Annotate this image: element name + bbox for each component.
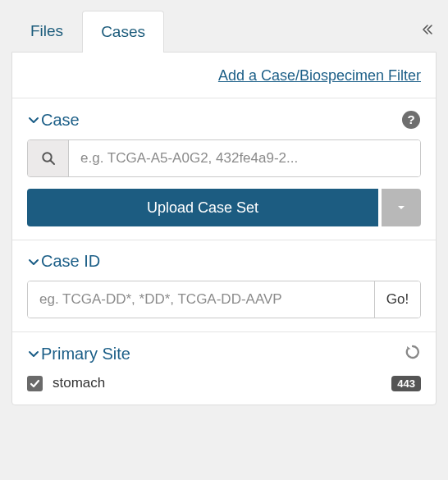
upload-case-set-button[interactable]: Upload Case Set xyxy=(27,189,378,226)
go-button[interactable]: Go! xyxy=(374,281,420,318)
tab-cases[interactable]: Cases xyxy=(82,11,164,53)
collapse-panel-icon[interactable] xyxy=(418,22,437,39)
primary-site-section-title: Primary Site xyxy=(41,345,130,363)
upload-case-set-dropdown[interactable] xyxy=(382,189,421,226)
tab-cases-label: Cases xyxy=(101,23,145,40)
upload-case-set-label: Upload Case Set xyxy=(147,199,258,217)
svg-line-3 xyxy=(50,161,54,165)
case-search-group xyxy=(27,139,421,177)
reset-icon[interactable] xyxy=(405,344,421,363)
checkbox-stomach[interactable] xyxy=(27,376,43,391)
caseid-group: Go! xyxy=(27,281,421,318)
caseid-input[interactable] xyxy=(28,281,374,318)
tab-files[interactable]: Files xyxy=(11,10,82,52)
add-filter-row: Add a Case/Biospecimen Filter xyxy=(12,53,436,98)
check-icon xyxy=(30,378,40,389)
caseid-section-toggle[interactable]: Case ID xyxy=(27,252,100,271)
caseid-section: Case ID Go! xyxy=(12,240,436,331)
add-filter-link[interactable]: Add a Case/Biospecimen Filter xyxy=(218,67,421,84)
caseid-section-title: Case ID xyxy=(41,252,100,271)
facet-label: stomach xyxy=(53,375,105,391)
chevron-down-icon xyxy=(27,113,40,126)
primary-site-section: Primary Site stomach 443 xyxy=(12,331,436,405)
search-icon[interactable] xyxy=(28,140,69,176)
facet-row: stomach 443 xyxy=(27,373,421,391)
chevron-down-icon xyxy=(27,347,40,360)
case-section: Case ? Upload Case Set xyxy=(12,98,436,240)
cases-panel: Add a Case/Biospecimen Filter Case ? xyxy=(11,52,437,405)
count-badge: 443 xyxy=(391,376,421,391)
caret-down-icon xyxy=(396,203,406,213)
case-section-toggle[interactable]: Case xyxy=(27,111,80,130)
chevron-down-icon xyxy=(27,255,40,268)
primary-site-section-toggle[interactable]: Primary Site xyxy=(27,345,130,363)
svg-text:?: ? xyxy=(407,112,414,126)
case-section-title: Case xyxy=(41,111,80,130)
case-search-input[interactable] xyxy=(69,140,420,176)
tabs-row: Files Cases xyxy=(11,10,437,52)
go-button-label: Go! xyxy=(386,291,409,308)
tab-files-label: Files xyxy=(30,22,63,39)
help-icon[interactable]: ? xyxy=(401,110,421,130)
